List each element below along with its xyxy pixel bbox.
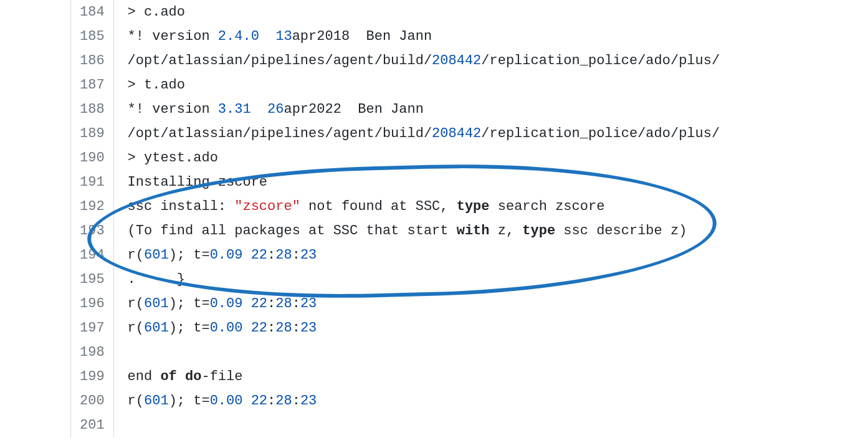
code-line[interactable]: *! version 3.31 26apr2022 Ben Jann [128, 97, 720, 121]
code-token [177, 369, 185, 384]
code-token: > t.ado [128, 77, 185, 93]
code-line[interactable]: r(601); t=0.00 22:28:23 [128, 316, 720, 340]
code-token [251, 102, 267, 117]
code-line[interactable]: > c.ado [128, 0, 720, 24]
line-number[interactable]: 188 [80, 97, 105, 121]
code-token: : [292, 393, 300, 409]
code-token: 22 [251, 296, 267, 312]
code-token: ssc install: [128, 199, 235, 214]
code-token: r( [128, 320, 144, 336]
code-line[interactable]: > ytest.ado [128, 146, 720, 170]
code-token: 601 [144, 296, 169, 312]
code-token: /replication_police/ado/plus/ [481, 53, 720, 69]
code-token: : [292, 296, 300, 312]
line-number[interactable]: 197 [80, 316, 105, 340]
code-token: 28 [275, 393, 292, 409]
code-token: *! version [128, 102, 218, 117]
code-token: r( [128, 393, 144, 409]
code-line[interactable]: . } [128, 267, 720, 292]
code-content[interactable]: > c.ado*! version 2.4.0 13apr2018 Ben Ja… [114, 0, 720, 437]
code-line[interactable]: Installing zscore [128, 170, 720, 194]
code-token: : [292, 320, 300, 336]
code-line[interactable] [128, 340, 720, 364]
line-number[interactable]: 184 [80, 0, 105, 24]
line-number[interactable]: 195 [80, 267, 105, 292]
code-line[interactable]: ssc install: "zscore" not found at SSC, … [128, 194, 720, 219]
code-line[interactable]: r(601); t=0.09 22:28:23 [128, 243, 720, 267]
code-token: with [457, 223, 490, 239]
code-viewer: 1841851861871881891901911921931941951961… [0, 0, 868, 437]
code-token: do [185, 369, 201, 384]
code-token: of [160, 369, 176, 384]
code-token [242, 320, 250, 336]
code-token: 601 [144, 393, 169, 409]
line-number[interactable]: 191 [80, 170, 105, 194]
code-token [259, 29, 275, 44]
code-token: not found at SSC, [300, 199, 457, 214]
code-token [242, 296, 250, 312]
code-token: apr2018 Ben Jann [292, 29, 432, 44]
code-line[interactable]: r(601); t=0.09 22:28:23 [128, 292, 720, 316]
code-token: r( [128, 296, 144, 312]
code-token: /opt/atlassian/pipelines/agent/build/ [128, 53, 432, 69]
code-token: z, [490, 223, 523, 239]
line-number[interactable]: 196 [80, 292, 105, 316]
code-token: . } [128, 272, 185, 287]
code-token: ); t= [169, 320, 210, 336]
code-token: end [128, 369, 161, 384]
code-token: 208442 [432, 126, 481, 141]
code-token: : [267, 296, 275, 312]
code-line[interactable]: > t.ado [128, 73, 720, 97]
code-token: 0.09 [210, 247, 243, 263]
code-token: 0.00 [210, 393, 243, 409]
code-token: (To find all packages at SSC that start [128, 223, 457, 239]
code-token: "zscore" [234, 199, 300, 214]
line-number[interactable]: 187 [80, 73, 105, 97]
line-number[interactable]: 189 [80, 121, 105, 146]
code-token: ssc describe z) [555, 223, 687, 239]
code-line[interactable]: r(601); t=0.00 22:28:23 [128, 389, 720, 413]
code-token [242, 393, 250, 409]
code-token: 23 [300, 320, 317, 336]
line-number[interactable]: 193 [80, 219, 105, 243]
line-number[interactable]: 186 [80, 49, 105, 73]
code-token: type [457, 199, 490, 214]
code-line[interactable]: end of do-file [128, 364, 720, 389]
code-line[interactable]: *! version 2.4.0 13apr2018 Ben Jann [128, 24, 720, 49]
code-token: 601 [144, 247, 169, 263]
code-token [242, 247, 250, 263]
code-token: 22 [251, 393, 267, 409]
code-token: *! version [128, 29, 218, 44]
line-number[interactable]: 190 [80, 146, 105, 170]
line-number[interactable]: 198 [80, 340, 105, 364]
line-number[interactable]: 192 [80, 194, 105, 219]
code-token: 28 [275, 320, 292, 336]
code-token: : [267, 393, 275, 409]
code-token: 28 [275, 296, 292, 312]
code-token: search zscore [490, 199, 605, 214]
code-token: Installing zscore [128, 174, 267, 190]
line-number[interactable]: 200 [80, 389, 105, 413]
line-number[interactable]: 199 [80, 364, 105, 389]
line-number[interactable]: 185 [80, 24, 105, 49]
code-token: : [267, 247, 275, 263]
code-token: : [267, 320, 275, 336]
code-line[interactable]: (To find all packages at SSC that start … [128, 219, 720, 243]
code-token: 22 [251, 320, 267, 336]
line-number[interactable]: 201 [80, 413, 105, 437]
code-token: ); t= [169, 393, 210, 409]
code-line[interactable]: /opt/atlassian/pipelines/agent/build/208… [128, 49, 720, 73]
code-token: r( [128, 247, 144, 263]
code-token: -file [201, 369, 242, 384]
code-token: 601 [144, 320, 169, 336]
code-line[interactable]: /opt/atlassian/pipelines/agent/build/208… [128, 121, 720, 146]
code-token: ); t= [169, 296, 210, 312]
line-number[interactable]: 194 [80, 243, 105, 267]
code-token: 23 [300, 247, 317, 263]
code-token: 0.09 [210, 296, 243, 312]
code-line[interactable] [128, 413, 720, 437]
code-token: 22 [251, 247, 267, 263]
code-token: ); t= [169, 247, 210, 263]
code-token: > ytest.ado [128, 150, 218, 166]
code-token: 28 [275, 247, 292, 263]
